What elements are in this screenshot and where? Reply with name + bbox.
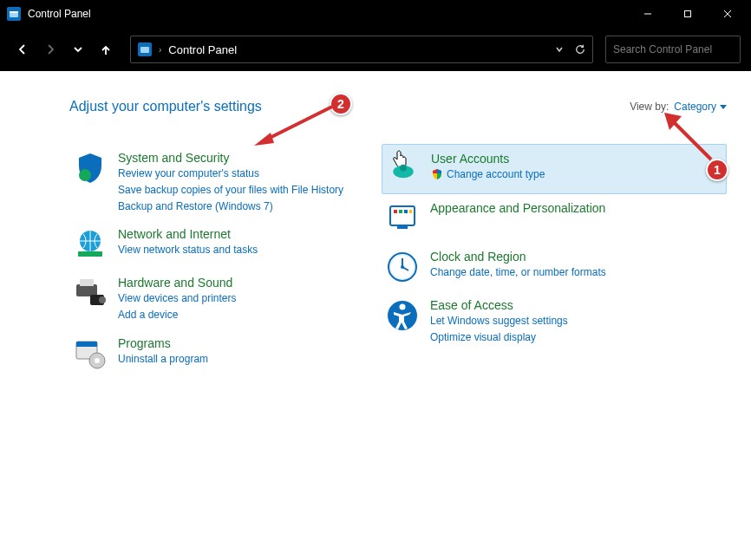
category-title[interactable]: Hardware and Sound: [118, 276, 237, 290]
category-link[interactable]: Optimize visual display: [430, 330, 568, 345]
svg-rect-19: [76, 342, 97, 347]
svg-rect-15: [80, 279, 94, 286]
maximize-button[interactable]: [668, 0, 708, 28]
svg-point-23: [400, 165, 407, 172]
category-hardware-and-sound[interactable]: Hardware and Sound View devices and prin…: [69, 269, 364, 329]
svg-rect-25: [394, 210, 397, 213]
category-link[interactable]: Let Windows suggest settings: [430, 314, 568, 329]
printer-icon: [73, 276, 108, 310]
view-by-label: View by:: [630, 101, 669, 113]
svg-rect-24: [390, 206, 415, 225]
category-link[interactable]: Add a device: [118, 308, 237, 322]
annotation-badge-2: 2: [330, 93, 352, 115]
category-link[interactable]: Uninstall a program: [118, 352, 208, 367]
svg-rect-7: [140, 47, 149, 53]
chevron-right-icon: ›: [159, 45, 161, 55]
svg-rect-1: [10, 11, 18, 13]
forward-button[interactable]: [38, 37, 62, 62]
close-button[interactable]: [708, 0, 748, 28]
svg-point-21: [95, 358, 100, 363]
category-link[interactable]: Change date, time, or number formats: [430, 265, 606, 280]
category-ease-of-access[interactable]: Ease of Access Let Windows suggest setti…: [382, 291, 727, 352]
address-bar[interactable]: › Control Panel: [130, 36, 593, 63]
category-title[interactable]: Ease of Access: [430, 298, 568, 312]
uac-shield-icon: [431, 168, 443, 180]
category-clock-and-region[interactable]: Clock and Region Change date, time, or n…: [382, 243, 727, 291]
view-by-value: Category: [674, 101, 716, 113]
ease-of-access-icon: [385, 298, 420, 333]
annotation-badge-1: 1: [706, 159, 728, 181]
category-title[interactable]: System and Security: [118, 151, 343, 165]
minimize-button[interactable]: [628, 0, 668, 28]
category-title[interactable]: Network and Internet: [118, 227, 258, 241]
shield-icon: [73, 151, 108, 186]
svg-marker-10: [720, 105, 727, 109]
category-appearance-and-personalization[interactable]: Appearance and Personalization: [382, 194, 727, 243]
category-link[interactable]: Backup and Restore (Windows 7): [118, 199, 343, 214]
view-by-dropdown[interactable]: Category: [674, 101, 727, 113]
window-title: Control Panel: [28, 8, 628, 20]
category-title[interactable]: Programs: [118, 336, 208, 350]
category-link[interactable]: Review your computer's status: [118, 166, 343, 181]
category-link[interactable]: View devices and printers: [118, 291, 237, 306]
category-title[interactable]: Appearance and Personalization: [430, 201, 605, 215]
addressbar-icon: [138, 42, 152, 56]
titlebar: Control Panel: [0, 0, 751, 28]
chevron-down-icon[interactable]: [554, 44, 565, 55]
svg-rect-13: [78, 251, 102, 257]
content-area: Adjust your computer's settings View by:…: [0, 71, 751, 560]
svg-point-34: [401, 265, 404, 269]
svg-rect-3: [685, 11, 691, 17]
user-accounts-icon: [386, 152, 421, 186]
svg-point-11: [79, 169, 91, 181]
category-title[interactable]: User Accounts: [431, 152, 545, 166]
svg-rect-27: [404, 210, 408, 213]
svg-rect-14: [76, 284, 97, 296]
category-link[interactable]: Change account type: [431, 167, 545, 182]
refresh-icon[interactable]: [575, 44, 585, 55]
svg-point-36: [400, 304, 406, 310]
up-button[interactable]: [94, 37, 118, 62]
category-programs[interactable]: Programs Uninstall a program: [69, 329, 364, 378]
category-user-accounts[interactable]: User Accounts Change account type: [382, 144, 727, 194]
svg-rect-29: [397, 225, 408, 229]
category-title[interactable]: Clock and Region: [430, 250, 606, 264]
toolbar: › Control Panel: [0, 28, 751, 71]
search-input[interactable]: [613, 43, 743, 55]
address-path: Control Panel: [168, 43, 237, 56]
category-system-and-security[interactable]: System and Security Review your computer…: [69, 144, 364, 220]
category-network-and-internet[interactable]: Network and Internet View network status…: [69, 220, 364, 269]
category-link[interactable]: Save backup copies of your files with Fi…: [118, 183, 343, 198]
search-box[interactable]: [605, 36, 741, 63]
app-icon: [7, 7, 21, 21]
recent-locations-button[interactable]: [66, 37, 90, 62]
window-controls: [628, 0, 748, 28]
category-link[interactable]: View network status and tasks: [118, 243, 258, 257]
back-button[interactable]: [10, 37, 35, 62]
dropdown-triangle-icon: [720, 103, 727, 110]
programs-icon: [73, 336, 108, 371]
appearance-icon: [385, 201, 420, 236]
page-heading: Adjust your computer's settings: [69, 99, 262, 114]
svg-rect-28: [409, 210, 412, 213]
globe-icon: [73, 227, 108, 262]
svg-rect-26: [399, 210, 402, 213]
view-by-control: View by: Category: [630, 101, 727, 113]
svg-point-17: [99, 296, 106, 303]
clock-icon: [385, 250, 420, 284]
